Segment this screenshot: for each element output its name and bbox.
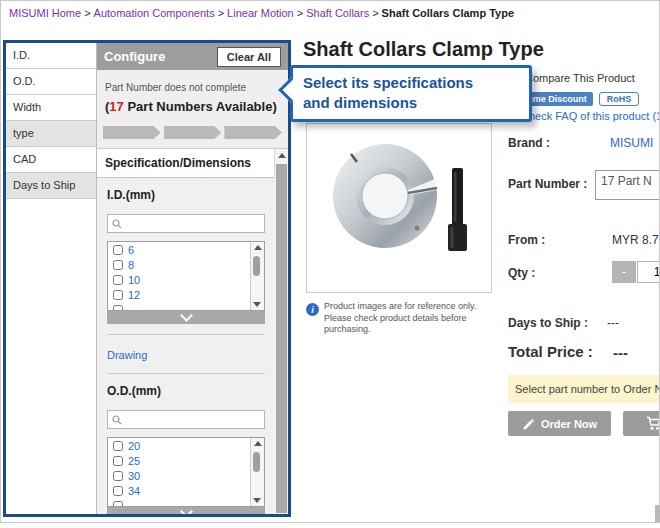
scrollbar-thumb[interactable] (276, 164, 287, 513)
breadcrumb-link-automation-components[interactable]: Automation Components (94, 7, 215, 19)
product-image (306, 123, 492, 293)
divider (107, 334, 265, 335)
sidebar-item-cad[interactable]: CAD (6, 147, 96, 173)
id-expand-button[interactable] (107, 311, 265, 324)
spec-nav: I.D. O.D. Width type CAD Days to Ship (6, 43, 97, 514)
available-count: 17 (109, 99, 123, 114)
progress-segment (224, 126, 282, 139)
quantity-input[interactable] (637, 261, 660, 283)
configure-panel: I.D. O.D. Width type CAD Days to Ship Co… (3, 40, 291, 517)
breadcrumb-link-home[interactable]: MISUMI Home (9, 7, 81, 19)
id-option-label[interactable]: 6 (128, 244, 134, 256)
part-numbers-available: (17 Part Numbers Available) (105, 99, 280, 114)
id-drawing-link[interactable]: Drawing (107, 349, 147, 361)
id-option-checkbox[interactable] (113, 290, 123, 300)
qty-decrease-button[interactable]: - (612, 261, 636, 283)
sidebar-item-type[interactable]: type (6, 121, 96, 147)
compare-label: Compare This Product (525, 72, 635, 84)
info-icon: i (306, 303, 319, 316)
breadcrumb-separator: > (218, 7, 224, 19)
scroll-down-icon[interactable] (253, 302, 261, 307)
callout-tooltip: Select its specifications and dimensions (290, 65, 532, 122)
window-scrollbar[interactable] (655, 505, 660, 522)
faq-link-label: Check FAQ of this product (10) (521, 110, 660, 122)
scroll-up-icon[interactable] (254, 245, 262, 250)
id-list-scrollbar[interactable] (250, 242, 264, 310)
scroll-down-icon[interactable] (253, 498, 261, 503)
breadcrumb-separator: > (372, 7, 378, 19)
divider (107, 373, 265, 374)
order-now-label: Order Now (541, 418, 597, 430)
search-icon (112, 219, 122, 229)
list-item: 8 (108, 257, 251, 272)
pen-icon (522, 417, 535, 430)
sidebar-item-od[interactable]: O.D. (6, 69, 96, 95)
list-item: 34 (108, 483, 251, 498)
scroll-up-icon[interactable] (254, 441, 262, 446)
od-option-checkbox[interactable] (113, 441, 123, 451)
clear-all-button[interactable]: Clear All (217, 47, 281, 67)
breadcrumb-current: Shaft Collars Clamp Type (382, 7, 514, 19)
od-list-scrollbar[interactable] (250, 438, 264, 506)
sidebar-item-width[interactable]: Width (6, 95, 96, 121)
id-option-label[interactable]: 10 (128, 274, 140, 286)
od-option-label[interactable]: 30 (128, 470, 140, 482)
od-option-label[interactable]: 20 (128, 440, 140, 452)
group-title-id: I.D.(mm) (107, 188, 265, 202)
shaft-collar-image (313, 132, 485, 284)
od-option-label[interactable]: 34 (128, 485, 140, 497)
sidebar-item-id[interactable]: I.D. (6, 43, 96, 69)
od-option-checkbox[interactable] (113, 471, 123, 481)
id-option-checkbox[interactable] (113, 305, 123, 311)
od-search-input[interactable] (122, 413, 260, 426)
id-option-checkbox[interactable] (113, 245, 123, 255)
qty-label: Qty : (508, 266, 535, 280)
group-title-od: O.D.(mm) (107, 384, 265, 398)
configure-header: Configure Clear All (97, 43, 288, 70)
brand-label: Brand : (508, 136, 550, 150)
od-option-label[interactable]: 25 (128, 455, 140, 467)
id-option-label[interactable]: 8 (128, 259, 134, 271)
brand-value-link[interactable]: MISUMI (610, 136, 653, 150)
id-options: 6 8 10 12 (108, 242, 251, 310)
scrollbar-thumb[interactable] (253, 452, 260, 472)
part-number-field[interactable]: 17 Part N (595, 170, 660, 200)
list-item: 20 (108, 438, 251, 453)
breadcrumb-link-shaft-collars[interactable]: Shaft Collars (306, 7, 369, 19)
scroll-up-icon[interactable] (278, 153, 286, 158)
total-price-value: --- (613, 344, 628, 361)
list-item: 6 (108, 242, 251, 257)
od-option-checkbox[interactable] (113, 486, 123, 496)
id-option-checkbox[interactable] (113, 275, 123, 285)
status-text: Part Number does not complete (105, 82, 280, 93)
specification-header: Specification/Dimensions (97, 149, 275, 178)
cart-icon (646, 416, 660, 431)
od-search-box (107, 410, 265, 429)
id-option-label[interactable]: 12 (128, 289, 140, 301)
id-option-checkbox[interactable] (113, 260, 123, 270)
id-search-box (107, 214, 265, 233)
od-option-list: 20 25 30 34 (107, 437, 265, 507)
configure-title: Configure (104, 49, 165, 64)
callout-line1: Select its specifications (303, 74, 473, 91)
od-option-checkbox[interactable] (113, 501, 123, 507)
breadcrumb-link-linear-motion[interactable]: Linear Motion (227, 7, 294, 19)
disclaimer-line1: Product images are for reference only. (324, 301, 476, 311)
days-to-ship-value: --- (607, 316, 619, 330)
id-search-input[interactable] (122, 217, 260, 230)
od-expand-button[interactable] (107, 507, 265, 514)
rohs-badge[interactable]: RoHS (599, 92, 640, 106)
total-price-label: Total Price : (508, 343, 593, 360)
specification-section: Specification/Dimensions I.D.(mm) (97, 148, 288, 514)
add-to-cart-button[interactable] (623, 411, 660, 436)
spec-scrollbar[interactable] (274, 149, 288, 514)
available-suffix: Part Numbers Available) (124, 99, 277, 114)
scrollbar-thumb[interactable] (253, 256, 260, 276)
order-now-button[interactable]: Order Now (508, 411, 611, 436)
sidebar-item-days-to-ship[interactable]: Days to Ship (6, 173, 96, 199)
part-number-label: Part Number : (508, 177, 587, 191)
search-icon (112, 415, 122, 425)
breadcrumb: MISUMI Home>Automation Components>Linear… (9, 7, 514, 19)
specification-body: I.D.(mm) 6 8 (97, 178, 275, 514)
od-option-checkbox[interactable] (113, 456, 123, 466)
